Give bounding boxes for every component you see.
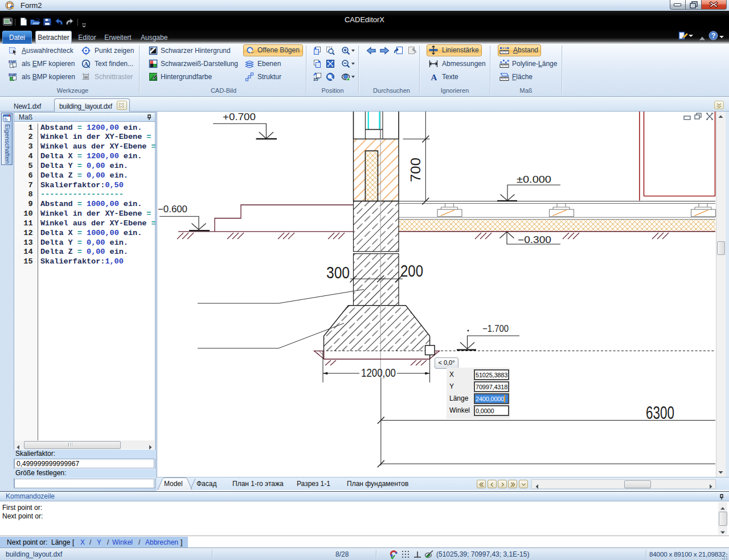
svg-text:1200,00: 1200,00 [361, 367, 396, 379]
svg-text:±0.000: ±0.000 [517, 174, 551, 184]
svg-text:35°: 35° [313, 77, 320, 81]
svg-text:−0.300: −0.300 [518, 235, 551, 245]
svg-text:−1.700: −1.700 [482, 324, 509, 333]
svg-text:+0.700: +0.700 [223, 112, 256, 122]
svg-text:−0.600: −0.600 [158, 204, 187, 214]
svg-text:300: 300 [326, 263, 350, 282]
svg-text:6300: 6300 [646, 403, 674, 423]
svg-text:A: A [431, 73, 437, 82]
svg-text:200: 200 [400, 262, 423, 280]
svg-text:?: ? [711, 32, 715, 40]
svg-text:700: 700 [408, 158, 423, 182]
svg-text:A: A [84, 60, 88, 67]
